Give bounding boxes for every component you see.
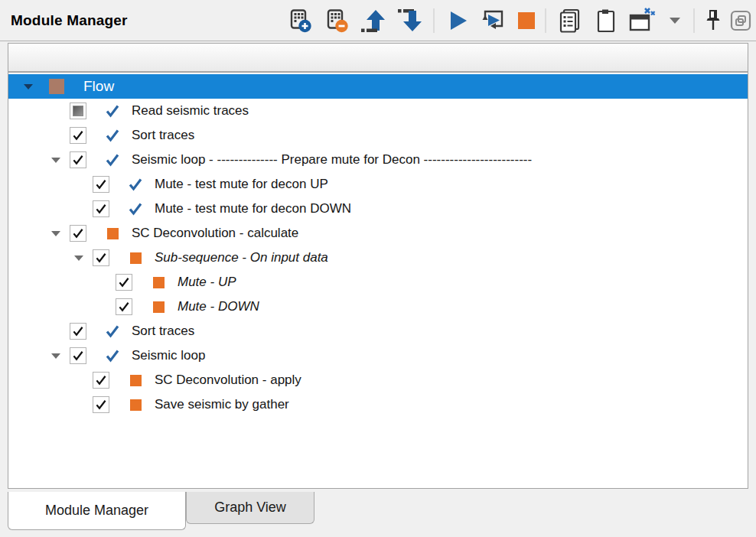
tree-row-label: Mute - test mute for decon UP: [155, 177, 328, 192]
tree-row[interactable]: Seismic loop: [8, 343, 748, 368]
row-checkbox[interactable]: [116, 298, 132, 315]
expander-spacer: [47, 99, 70, 123]
status-check-icon: [104, 103, 121, 119]
float-window-icon: [730, 10, 751, 31]
tree-row[interactable]: Mute - test mute for decon DOWN: [8, 197, 748, 221]
module-square-icon: [150, 274, 167, 291]
stop-button[interactable]: [517, 5, 536, 36]
tree-row[interactable]: Read seismic traces: [8, 99, 748, 123]
tree-row-label: Sub-sequence - On input data: [155, 250, 328, 265]
tree-row[interactable]: Save seismic by gather: [8, 392, 748, 417]
expander-spacer: [93, 270, 116, 295]
module-square-icon: [150, 298, 167, 315]
new-window-icon: [628, 7, 657, 34]
row-checkbox[interactable]: [70, 347, 86, 364]
panel-title: Module Manager: [0, 12, 128, 29]
module-square-icon: [127, 396, 144, 413]
tree-row[interactable]: Seismic loop - -------------- Prepare mu…: [8, 148, 748, 172]
expander-spacer: [70, 172, 93, 197]
expander-spacer: [93, 295, 116, 319]
pin-icon: [705, 8, 722, 33]
tree-row-label: Read seismic traces: [132, 103, 249, 119]
tab-module-manager[interactable]: Module Manager: [8, 492, 186, 530]
tree-row-label: Sort traces: [132, 128, 194, 143]
run-loop-button[interactable]: [481, 5, 508, 36]
tree-row[interactable]: Flow: [8, 74, 748, 99]
panel-header-strip: [8, 44, 748, 73]
tree-row[interactable]: Sort traces: [8, 319, 748, 343]
float-window-button[interactable]: [732, 5, 750, 36]
tree-row-label: Sort traces: [132, 324, 194, 339]
new-window-dropdown-button[interactable]: [666, 5, 684, 36]
tree-row-label: Flow: [83, 78, 114, 95]
tab-label: Graph View: [214, 500, 286, 516]
copy-flow-icon: [557, 8, 582, 34]
row-checkbox[interactable]: [93, 396, 109, 413]
row-checkbox[interactable]: [93, 176, 109, 193]
status-check-icon: [104, 151, 121, 168]
tree-row[interactable]: SC Deconvolution - apply: [8, 368, 748, 392]
tree-row[interactable]: SC Deconvolution - calculate: [8, 221, 748, 246]
tree-row-label: Seismic loop - -------------- Prepare mu…: [132, 152, 532, 168]
move-up-button[interactable]: [360, 5, 387, 36]
tree-row-label: Mute - test mute for decon DOWN: [155, 201, 351, 216]
expander-icon[interactable]: [19, 74, 42, 99]
module-square-icon: [104, 225, 121, 242]
add-module-icon: [287, 8, 313, 34]
tree-row-label: Seismic loop: [132, 348, 205, 363]
expander-icon[interactable]: [47, 343, 70, 368]
tree-row-label: SC Deconvolution - apply: [155, 373, 301, 388]
module-square-icon: [127, 372, 144, 389]
expander-icon[interactable]: [70, 246, 93, 270]
paste-icon: [595, 8, 618, 34]
toolbar-separator: [545, 8, 546, 33]
row-checkbox[interactable]: [70, 103, 86, 119]
move-down-button[interactable]: [396, 5, 424, 36]
remove-module-button[interactable]: [323, 5, 350, 36]
row-checkbox[interactable]: [70, 151, 86, 168]
tab-graph-view[interactable]: Graph View: [186, 492, 314, 524]
move-down-icon: [398, 8, 422, 33]
tree-row-label: Mute - UP: [178, 275, 236, 290]
expander-spacer: [47, 319, 70, 343]
tree-row[interactable]: Mute - test mute for decon UP: [8, 172, 748, 197]
tree-row[interactable]: Mute - UP: [8, 270, 748, 295]
tree-row[interactable]: Sort traces: [8, 123, 748, 148]
status-check-icon: [127, 176, 144, 193]
row-checkbox[interactable]: [93, 372, 109, 389]
expander-spacer: [70, 197, 93, 221]
run-button[interactable]: [444, 5, 471, 36]
row-checkbox[interactable]: [116, 274, 132, 291]
tree-row[interactable]: Sub-sequence - On input data: [8, 246, 748, 270]
row-checkbox[interactable]: [70, 225, 86, 242]
flow-square-icon: [49, 79, 64, 94]
expander-icon[interactable]: [47, 148, 70, 172]
status-check-icon: [104, 347, 121, 364]
run-loop-icon: [481, 8, 508, 34]
tree-row-label: Save seismic by gather: [155, 397, 289, 412]
expander-spacer: [47, 123, 70, 148]
copy-flow-button[interactable]: [556, 5, 583, 36]
expander-spacer: [70, 392, 93, 417]
remove-module-icon: [324, 8, 350, 34]
add-module-button[interactable]: [286, 5, 314, 36]
row-checkbox[interactable]: [70, 127, 86, 144]
tab-label: Module Manager: [45, 503, 148, 519]
status-check-icon: [104, 127, 121, 144]
panel-titlebar: Module Manager: [0, 0, 756, 41]
pin-button[interactable]: [704, 5, 722, 36]
status-check-icon: [127, 200, 144, 217]
expander-icon[interactable]: [47, 221, 70, 246]
stop-icon: [518, 12, 535, 29]
chevron-down-icon: [670, 18, 680, 24]
tree-row-label: Mute - DOWN: [178, 299, 259, 314]
tree-row[interactable]: Mute - DOWN: [8, 295, 748, 319]
move-up-icon: [361, 8, 386, 33]
row-checkbox[interactable]: [70, 323, 86, 340]
bottom-tab-bar: Module Manager Graph View: [0, 492, 756, 537]
row-checkbox[interactable]: [93, 249, 109, 266]
toolbar-separator: [433, 8, 435, 33]
paste-button[interactable]: [592, 5, 620, 36]
new-window-button[interactable]: [629, 5, 657, 36]
row-checkbox[interactable]: [93, 200, 109, 217]
